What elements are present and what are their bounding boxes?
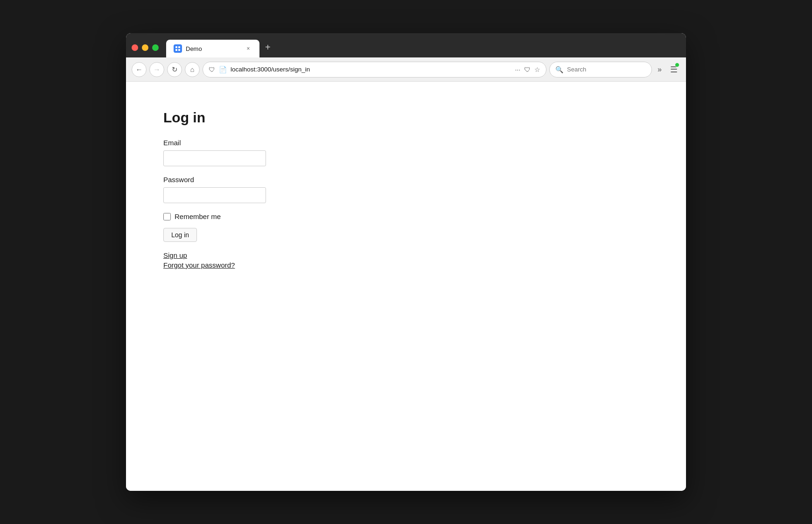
nav-bar: ← → ↻ ⌂ 🛡 📄 localhost:3000/users/sign_in… [126, 57, 686, 82]
password-label: Password [163, 176, 649, 184]
url-text: localhost:3000/users/sign_in [231, 66, 511, 73]
remember-me-checkbox[interactable] [163, 213, 171, 220]
maximize-window-button[interactable] [152, 44, 159, 51]
tab-favicon [174, 44, 182, 53]
page-title: Log in [163, 110, 649, 126]
password-input[interactable] [163, 187, 266, 203]
new-tab-button[interactable]: + [259, 42, 276, 57]
overflow-button[interactable]: » [655, 64, 665, 76]
minimize-window-button[interactable] [142, 44, 148, 51]
home-button[interactable]: ⌂ [185, 62, 200, 77]
tab-close-button[interactable]: × [245, 45, 252, 52]
home-icon: ⌂ [190, 65, 194, 73]
search-bar-container[interactable]: 🔍 [549, 62, 652, 78]
tab-title: Demo [186, 45, 241, 52]
email-input[interactable] [163, 150, 266, 166]
svg-rect-1 [178, 46, 180, 48]
back-icon: ← [136, 65, 143, 73]
address-bar[interactable]: 🛡 📄 localhost:3000/users/sign_in ··· 🛡 ☆ [203, 62, 546, 78]
forgot-password-link[interactable]: Forgot your password? [163, 261, 235, 269]
more-options-icon[interactable]: ··· [515, 66, 520, 73]
close-window-button[interactable] [132, 44, 138, 51]
page-icon: 📄 [219, 66, 227, 73]
svg-rect-2 [175, 49, 177, 51]
email-group: Email [163, 139, 649, 166]
title-bar: Demo × + [126, 33, 686, 57]
sign-up-link[interactable]: Sign up [163, 251, 187, 259]
browser-window: Demo × + ← → ↻ ⌂ 🛡 📄 localhost:3000/user… [126, 33, 686, 491]
password-group: Password [163, 176, 649, 203]
back-button[interactable]: ← [132, 62, 147, 77]
forward-icon: → [154, 65, 161, 73]
tab-bar: Demo × + [166, 40, 680, 57]
active-tab[interactable]: Demo × [166, 40, 259, 57]
remember-me-group: Remember me [163, 212, 649, 220]
search-input[interactable] [567, 66, 646, 73]
svg-rect-3 [178, 49, 180, 51]
reload-button[interactable]: ↻ [167, 62, 182, 77]
svg-rect-0 [175, 46, 177, 48]
links-section: Sign up Forgot your password? [163, 251, 649, 269]
notification-badge [675, 63, 679, 67]
page-content: Log in Email Password Remember me Log in… [126, 82, 686, 491]
bookmark-icon[interactable]: ☆ [534, 66, 540, 73]
reload-icon: ↻ [172, 65, 178, 74]
login-button[interactable]: Log in [163, 228, 197, 242]
forward-button[interactable]: → [149, 62, 164, 77]
search-icon: 🔍 [555, 66, 563, 73]
address-actions: ··· 🛡 ☆ [515, 66, 540, 73]
pocket-icon[interactable]: 🛡 [524, 66, 531, 73]
email-label: Email [163, 139, 649, 147]
shield-icon: 🛡 [209, 66, 215, 73]
window-controls [132, 44, 159, 57]
remember-me-label: Remember me [175, 212, 221, 220]
menu-button[interactable]: ☰ [667, 63, 680, 77]
